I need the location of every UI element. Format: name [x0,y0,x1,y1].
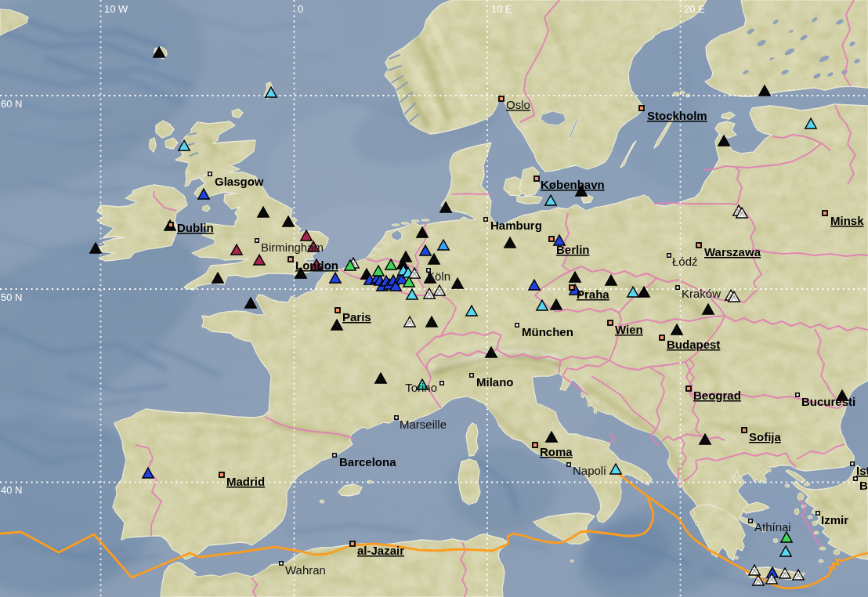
svg-text:60 N: 60 N [1,98,22,110]
svg-text:Köln: Köln [427,270,450,283]
svg-text:Roma: Roma [540,445,573,458]
svg-text:Minsk: Minsk [830,214,864,227]
svg-text:Athínai: Athínai [754,520,791,534]
svg-text:Wahran: Wahran [285,563,326,577]
svg-text:Łódź: Łódź [672,255,698,268]
svg-text:Paris: Paris [342,310,371,324]
svg-text:Wien: Wien [615,323,643,336]
svg-text:Budapest: Budapest [667,338,720,351]
svg-text:Glasgow: Glasgow [215,175,264,188]
svg-text:Berlin: Berlin [556,243,590,256]
svg-text:Torino: Torino [405,381,437,394]
svg-text:40 N: 40 N [1,484,22,496]
svg-text:Izmir: Izmir [821,513,848,526]
svg-text:Birmingham: Birmingham [261,241,324,254]
svg-text:München: München [522,325,573,338]
svg-text:Napoli: Napoli [573,464,606,477]
svg-text:al-Jazair: al-Jazair [357,544,404,557]
svg-text:10 W: 10 W [104,3,128,15]
svg-text:Warszawa: Warszawa [704,245,761,259]
svg-text:Barcelona: Barcelona [339,455,396,469]
svg-text:0: 0 [298,3,303,15]
svg-text:10 E: 10 E [491,3,512,15]
svg-text:Praha: Praha [577,288,609,301]
svg-text:Madrid: Madrid [226,475,265,488]
svg-text:20 E: 20 E [684,3,705,15]
svg-text:Oslo: Oslo [506,98,530,111]
svg-text:Sofija: Sofija [749,430,781,443]
svg-text:Istanbul: Istanbul [856,464,868,477]
svg-text:Hamburg: Hamburg [490,219,542,232]
svg-text:København: København [541,178,605,191]
svg-text:Dublin: Dublin [177,221,214,234]
svg-text:Beograd: Beograd [693,389,741,402]
svg-text:London: London [295,259,338,272]
svg-text:Bursa: Bursa [859,479,868,492]
svg-text:Stockholm: Stockholm [647,109,707,122]
svg-text:Milano: Milano [476,375,514,389]
svg-text:Kraków: Kraków [682,287,721,300]
svg-text:Marseille: Marseille [400,418,447,431]
svg-text:Bucuresti: Bucuresti [801,395,855,408]
svg-text:50 N: 50 N [1,291,22,303]
